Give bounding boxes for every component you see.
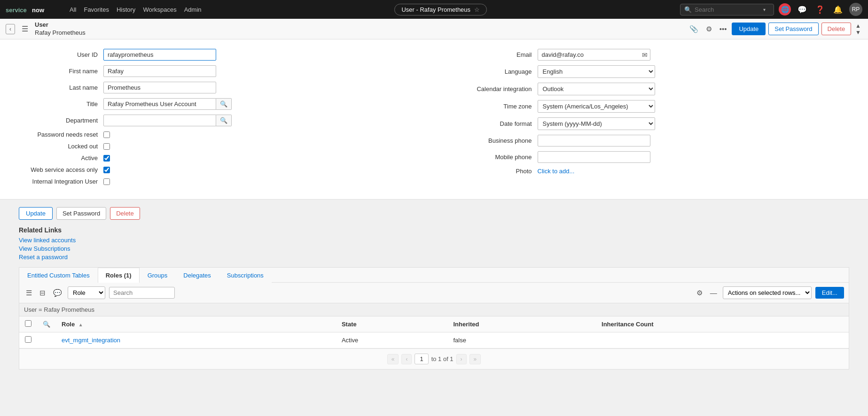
table-edit-btn[interactable]: Edit...: [815, 287, 844, 299]
row-inherited-cell: false: [447, 332, 596, 348]
locked-out-checkbox[interactable]: [103, 143, 110, 150]
business-phone-row: Business phone: [453, 135, 850, 146]
email-send-icon[interactable]: ✉: [642, 51, 648, 59]
search-input[interactable]: [695, 6, 760, 13]
down-arrow-btn[interactable]: ▼: [854, 29, 862, 36]
table-field-select[interactable]: Role: [68, 286, 105, 299]
department-input-wrap: 🔍: [103, 115, 232, 126]
web-service-label: Web service access only: [19, 166, 103, 173]
nav-history[interactable]: History: [117, 6, 135, 13]
nav-favorites[interactable]: Favorites: [84, 6, 109, 13]
table-row: evt_mgmt_integration Active false: [19, 332, 849, 348]
header-set-password-button[interactable]: Set Password: [768, 23, 818, 35]
pg-next-btn[interactable]: ›: [456, 354, 467, 364]
business-phone-input[interactable]: [538, 135, 650, 146]
avatar[interactable]: RP: [849, 3, 862, 16]
view-linked-accounts-link[interactable]: View linked accounts: [19, 237, 849, 244]
last-name-input[interactable]: [103, 82, 216, 93]
search-icon: 🔍: [684, 6, 692, 13]
pg-last-btn[interactable]: »: [469, 354, 481, 364]
tab-roles[interactable]: Roles (1): [98, 268, 140, 283]
department-input[interactable]: [103, 115, 216, 126]
calendar-label: Calendar integration: [453, 85, 538, 92]
pg-first-btn[interactable]: «: [387, 354, 399, 364]
pwd-reset-checkbox[interactable]: [103, 131, 110, 138]
chat-icon-btn[interactable]: 💬: [796, 4, 809, 15]
bottom-update-button[interactable]: Update: [19, 207, 53, 220]
title-label: Title: [19, 100, 103, 108]
title-input[interactable]: [103, 98, 216, 110]
calendar-select[interactable]: Outlook Google None: [538, 83, 655, 95]
header-delete-button[interactable]: Delete: [821, 23, 852, 35]
bell-icon-btn[interactable]: 🔔: [831, 4, 845, 15]
internal-integration-checkbox[interactable]: [103, 178, 110, 185]
nav-all[interactable]: All: [70, 6, 76, 13]
date-format-select[interactable]: System (yyyy-MM-dd) MM/dd/yyyy dd/MM/yyy…: [538, 117, 655, 130]
email-input-wrap: ✉: [538, 49, 650, 61]
search-box[interactable]: 🔍 ▾: [680, 4, 774, 15]
back-button[interactable]: ‹: [6, 24, 15, 34]
web-service-row: Web service access only: [19, 166, 415, 173]
date-format-label: Date format: [453, 120, 538, 127]
locked-out-row: Locked out: [19, 143, 415, 150]
globe-btn[interactable]: 🌐: [779, 3, 791, 15]
help-icon-btn[interactable]: ❓: [813, 4, 827, 15]
col-role[interactable]: Role ▲: [56, 316, 336, 332]
table-actions-select[interactable]: Actions on selected rows...: [723, 286, 812, 299]
up-arrow-btn[interactable]: ▲: [854, 23, 862, 29]
tab-entitled-custom-tables[interactable]: Entitled Custom Tables: [19, 268, 98, 283]
email-input[interactable]: [538, 49, 650, 61]
department-lookup-btn[interactable]: 🔍: [216, 115, 232, 126]
col-inherited[interactable]: Inherited: [447, 316, 596, 332]
view-subscriptions-link[interactable]: View Subscriptions: [19, 245, 849, 252]
bottom-actions: Update Set Password Delete: [19, 207, 849, 220]
active-checkbox[interactable]: [103, 155, 110, 162]
table-speech-btn[interactable]: 💬: [51, 288, 64, 298]
web-service-checkbox[interactable]: [103, 167, 110, 173]
reset-password-link[interactable]: Reset a password: [19, 254, 849, 261]
tab-delegates[interactable]: Delegates: [175, 268, 219, 283]
user-badge: User - Rafay Prometheus ☆: [394, 4, 487, 15]
menu-button[interactable]: ☰: [20, 23, 30, 34]
table-controls: ☰ ⊟ 💬 Role ⚙ — Actions on selected rows.…: [19, 283, 849, 303]
pg-prev-btn[interactable]: ‹: [401, 354, 412, 364]
tab-groups[interactable]: Groups: [140, 268, 176, 283]
nav-admin[interactable]: Admin: [184, 6, 202, 13]
svg-text:service: service: [6, 7, 27, 14]
settings-icon[interactable]: ⚙: [704, 24, 714, 34]
table-settings-btn[interactable]: ⚙: [695, 288, 704, 298]
photo-link[interactable]: Click to add...: [538, 168, 575, 175]
table-filter-btn[interactable]: ⊟: [38, 288, 47, 298]
search-dropdown-arrow[interactable]: ▾: [763, 7, 766, 12]
sub-header-actions: 📎 ⚙ ••• Update Set Password Delete ▲ ▼: [687, 23, 862, 36]
mobile-phone-input[interactable]: [538, 151, 650, 163]
tab-subscriptions[interactable]: Subscriptions: [219, 268, 272, 283]
header-update-button[interactable]: Update: [732, 23, 766, 35]
row-checkbox[interactable]: [25, 336, 31, 343]
table-menu-btn[interactable]: ☰: [24, 288, 34, 298]
col-inheritance-count[interactable]: Inheritance Count: [596, 316, 849, 332]
nav-workspaces[interactable]: Workspaces: [143, 6, 176, 13]
bottom-delete-button[interactable]: Delete: [110, 207, 140, 220]
attachment-icon[interactable]: 📎: [687, 24, 701, 34]
language-select[interactable]: English French Spanish German Japanese: [538, 65, 655, 78]
star-icon[interactable]: ☆: [474, 6, 480, 13]
user-id-input[interactable]: [103, 49, 216, 61]
timezone-select[interactable]: System (America/Los_Angeles) UTC America…: [538, 100, 655, 113]
table-minus-btn[interactable]: —: [708, 288, 719, 298]
first-name-row: First name: [19, 65, 415, 77]
bottom-set-password-button[interactable]: Set Password: [56, 207, 106, 220]
nav-right: 🔍 ▾ 🌐 💬 ❓ 🔔 RP: [680, 3, 862, 16]
role-link[interactable]: evt_mgmt_integration: [62, 337, 120, 344]
form-right-col: Email ✉ Language English French Spanish …: [453, 49, 850, 190]
col-state[interactable]: State: [336, 316, 448, 332]
first-name-input[interactable]: [103, 65, 216, 77]
svg-text:now: now: [32, 7, 45, 14]
title-lookup-btn[interactable]: 🔍: [216, 98, 232, 110]
table-search-input[interactable]: [109, 287, 175, 299]
select-all-checkbox[interactable]: [25, 320, 31, 327]
language-row: Language English French Spanish German J…: [453, 65, 850, 78]
more-icon[interactable]: •••: [717, 24, 729, 34]
photo-label: Photo: [453, 168, 538, 175]
form-section: User ID First name Last name Title 🔍 Dep…: [19, 49, 849, 190]
